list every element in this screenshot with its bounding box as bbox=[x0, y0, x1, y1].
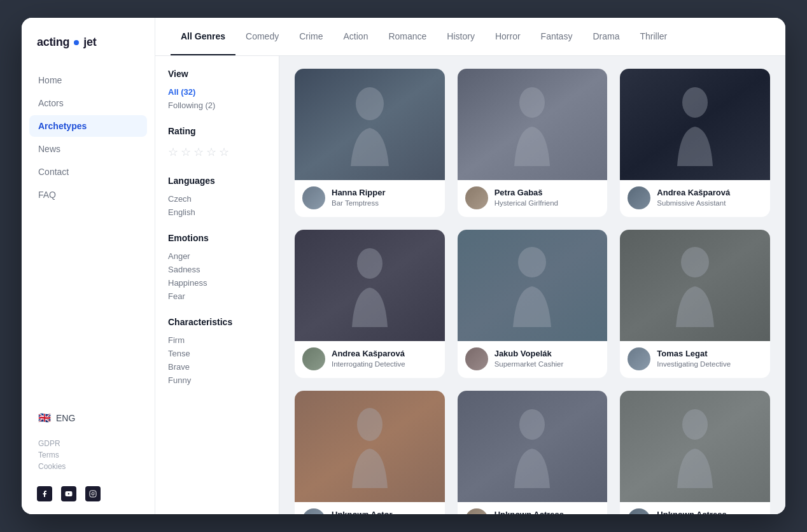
actor-avatar-2 bbox=[465, 186, 488, 209]
star-2[interactable]: ☆ bbox=[181, 145, 191, 159]
instagram-icon[interactable] bbox=[85, 486, 101, 501]
tab-fantasy[interactable]: Fantasy bbox=[531, 18, 583, 55]
filter-emotion-fear[interactable]: Fear bbox=[168, 290, 266, 303]
actor-role-1: Bar Temptress bbox=[332, 198, 437, 208]
actor-card-1[interactable]: Hanna Ripper Bar Temptress bbox=[295, 69, 445, 217]
sidebar-item-faq[interactable]: FAQ bbox=[29, 184, 147, 206]
sidebar-item-news[interactable]: News bbox=[29, 138, 147, 160]
actor-avatar-7 bbox=[302, 508, 325, 514]
actor-image-1 bbox=[295, 69, 445, 180]
actor-card-2[interactable]: Petra Gabaš Hysterical Girlfriend bbox=[458, 69, 608, 217]
svg-point-11 bbox=[682, 409, 708, 440]
terms-link[interactable]: Terms bbox=[38, 451, 138, 459]
actor-card-5[interactable]: Jakub Vopelák Supermarket Cashier bbox=[458, 230, 608, 378]
actor-name-8: Unknown Actress bbox=[495, 510, 600, 515]
language-selector[interactable]: 🇬🇧 ENG bbox=[22, 402, 155, 434]
actor-card-8[interactable]: Unknown Actress Supporting Role bbox=[458, 391, 608, 514]
tab-drama[interactable]: Drama bbox=[582, 18, 629, 55]
facebook-icon[interactable] bbox=[37, 486, 52, 501]
filter-emotions-section: Emotions Anger Sadness Happiness Fear bbox=[168, 233, 266, 303]
sidebar: acting jet Home Actors Archetypes News C… bbox=[22, 18, 155, 514]
actor-details-4: Andrea Kašparová Interrogating Detective bbox=[332, 349, 437, 370]
filter-char-funny[interactable]: Funny bbox=[168, 374, 266, 387]
actor-card-6[interactable]: Tomas Legat Investigating Detective bbox=[620, 230, 770, 378]
sidebar-nav: Home Actors Archetypes News Contact FAQ bbox=[22, 69, 155, 402]
sidebar-item-archetypes[interactable]: Archetypes bbox=[29, 115, 147, 137]
filter-rating-title: Rating bbox=[168, 126, 266, 136]
tab-history[interactable]: History bbox=[437, 18, 485, 55]
svg-point-3 bbox=[356, 87, 384, 120]
actor-details-6: Tomas Legat Investigating Detective bbox=[657, 349, 762, 370]
star-5[interactable]: ☆ bbox=[219, 145, 229, 159]
logo: acting jet bbox=[22, 36, 155, 69]
tab-crime[interactable]: Crime bbox=[289, 18, 333, 55]
actor-details-8: Unknown Actress Supporting Role bbox=[495, 510, 600, 515]
filter-view-all[interactable]: All (32) bbox=[168, 85, 266, 99]
actor-image-8 bbox=[458, 391, 608, 502]
svg-point-8 bbox=[681, 247, 709, 277]
svg-point-5 bbox=[682, 87, 708, 118]
tab-romance[interactable]: Romance bbox=[378, 18, 437, 55]
sidebar-item-contact[interactable]: Contact bbox=[29, 161, 147, 183]
filter-view-following[interactable]: Following (2) bbox=[168, 99, 266, 112]
actor-card-9[interactable]: Unknown Actress Featured Role bbox=[620, 391, 770, 514]
gdpr-link[interactable]: GDPR bbox=[38, 439, 138, 448]
actor-card-4[interactable]: Andrea Kašparová Interrogating Detective bbox=[295, 230, 445, 378]
actor-details-5: Jakub Vopelák Supermarket Cashier bbox=[495, 349, 600, 370]
actor-image-6 bbox=[620, 230, 770, 341]
actor-grid-area: Hanna Ripper Bar Temptress bbox=[279, 56, 785, 514]
filter-char-firm[interactable]: Firm bbox=[168, 333, 266, 347]
actor-details-7: Unknown Actor Dramatic Role bbox=[332, 510, 437, 515]
logo-text-before: acting bbox=[37, 36, 69, 49]
main-content: All Genres Comedy Crime Action Romance H… bbox=[155, 18, 785, 514]
actor-role-4: Interrogating Detective bbox=[332, 359, 437, 369]
actor-card-3[interactable]: Andrea Kašparová Submissive Assistant bbox=[620, 69, 770, 217]
filter-characteristics-section: Characteristics Firm Tense Brave Funny bbox=[168, 317, 266, 387]
actor-avatar-3 bbox=[628, 186, 650, 209]
filter-emotion-sadness[interactable]: Sadness bbox=[168, 263, 266, 276]
star-rating[interactable]: ☆ ☆ ☆ ☆ ☆ bbox=[168, 143, 266, 162]
actor-name-1: Hanna Ripper bbox=[332, 188, 437, 199]
actor-name-2: Petra Gabaš bbox=[495, 188, 600, 199]
actor-info-5: Jakub Vopelák Supermarket Cashier bbox=[458, 341, 608, 378]
tab-thriller[interactable]: Thriller bbox=[629, 18, 677, 55]
star-3[interactable]: ☆ bbox=[193, 145, 204, 159]
star-1[interactable]: ☆ bbox=[168, 145, 178, 159]
actor-info-1: Hanna Ripper Bar Temptress bbox=[295, 180, 445, 217]
tab-all-genres[interactable]: All Genres bbox=[171, 18, 235, 55]
filter-lang-czech[interactable]: Czech bbox=[168, 192, 266, 206]
genre-tabs: All Genres Comedy Crime Action Romance H… bbox=[155, 18, 785, 56]
actor-grid: Hanna Ripper Bar Temptress bbox=[295, 69, 770, 514]
footer-links: GDPR Terms Cookies bbox=[22, 434, 155, 476]
filter-lang-english[interactable]: English bbox=[168, 206, 266, 219]
tab-horror[interactable]: Horror bbox=[485, 18, 531, 55]
sidebar-item-home[interactable]: Home bbox=[29, 69, 147, 91]
social-links bbox=[22, 476, 155, 501]
actor-role-2: Hysterical Girlfriend bbox=[495, 198, 600, 208]
svg-rect-1 bbox=[90, 491, 96, 497]
filter-view-title: View bbox=[168, 69, 266, 79]
content-body: View All (32) Following (2) Rating ☆ ☆ ☆… bbox=[155, 56, 785, 514]
filter-emotion-happiness[interactable]: Happiness bbox=[168, 276, 266, 290]
cookies-link[interactable]: Cookies bbox=[38, 462, 138, 471]
star-4[interactable]: ☆ bbox=[206, 145, 216, 159]
actor-info-3: Andrea Kašparová Submissive Assistant bbox=[620, 180, 770, 217]
actor-image-2 bbox=[458, 69, 608, 180]
tab-action[interactable]: Action bbox=[333, 18, 379, 55]
filter-char-brave[interactable]: Brave bbox=[168, 360, 266, 374]
actor-name-4: Andrea Kašparová bbox=[332, 349, 437, 360]
actor-image-7 bbox=[295, 391, 445, 502]
filter-emotion-anger[interactable]: Anger bbox=[168, 249, 266, 263]
actor-avatar-4 bbox=[302, 347, 325, 370]
filter-char-tense[interactable]: Tense bbox=[168, 347, 266, 360]
sidebar-item-actors[interactable]: Actors bbox=[29, 92, 147, 114]
tab-comedy[interactable]: Comedy bbox=[235, 18, 289, 55]
filter-characteristics-title: Characteristics bbox=[168, 317, 266, 327]
actor-avatar-8 bbox=[465, 508, 488, 514]
youtube-icon[interactable] bbox=[61, 486, 76, 501]
actor-avatar-5 bbox=[465, 347, 488, 370]
actor-card-7[interactable]: Unknown Actor Dramatic Role bbox=[295, 391, 445, 514]
actor-role-5: Supermarket Cashier bbox=[495, 359, 600, 369]
app-container: acting jet Home Actors Archetypes News C… bbox=[22, 18, 785, 514]
actor-details-1: Hanna Ripper Bar Temptress bbox=[332, 188, 437, 209]
